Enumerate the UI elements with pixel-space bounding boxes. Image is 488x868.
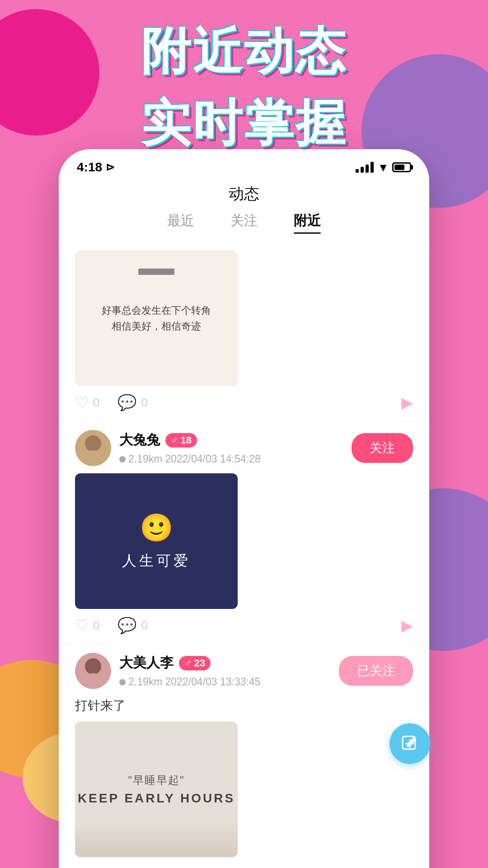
post-3-meta: 2.19km 2022/04/03 13:33:45: [119, 676, 331, 688]
post-3-date: 2022/04/03 13:33:45: [165, 676, 260, 688]
comment-count: 0: [141, 396, 147, 410]
video-action-2[interactable]: ▶: [401, 616, 413, 634]
svg-point-1: [81, 450, 105, 466]
early-sleep-text: "早睡早起": [78, 773, 235, 788]
comment-action[interactable]: 💬 0: [117, 393, 147, 411]
post-1-image: 好事总会发生在下个转角相信美好，相信奇迹: [75, 250, 238, 386]
post-2-image-text: 人生可爱: [122, 551, 191, 571]
gender-icon-3: ♂: [184, 657, 192, 669]
post-3-image: "早睡早起" KEEP EARLY HOURS: [75, 722, 238, 857]
post-2-date: 2022/04/03 14:54:28: [165, 453, 260, 465]
video-action[interactable]: ▶: [401, 393, 413, 411]
hero-line2: 实时掌握: [0, 90, 488, 157]
like-action-2[interactable]: ♡ 0: [75, 616, 99, 634]
age-label-3: 23: [194, 657, 205, 669]
post-3: 大美人李 ♂ 23 2.19km 2022/04/03 13:33:45 已关注…: [59, 644, 429, 868]
hero-line1: 附近动态: [0, 18, 488, 85]
play-icon-2: ▶: [401, 616, 413, 634]
signal-icon: [356, 162, 374, 173]
phone-mockup: 4:18 ⊳ ▾ 动态 最近 关注 附近 好事总会发生在下个转角相信美好: [59, 149, 429, 868]
heart-icon: ♡: [75, 393, 89, 411]
like-action[interactable]: ♡ 0: [75, 393, 99, 411]
like-count: 0: [93, 396, 99, 410]
location-dot-icon: [119, 456, 126, 462]
post-3-gender-badge: ♂ 23: [179, 656, 211, 670]
keep-text-container: "早睡早起" KEEP EARLY HOURS: [78, 773, 235, 806]
wifi-icon: ▾: [380, 160, 386, 175]
post-3-follow-button[interactable]: 已关注: [339, 656, 413, 686]
post-2-gender-badge: ♂ 18: [165, 433, 197, 448]
post-2-user-info: 大兔兔 ♂ 18 2.19km 2022/04/03 14:54:28: [119, 431, 343, 465]
post-2-header: 大兔兔 ♂ 18 2.19km 2022/04/03 14:54:28 关注: [75, 430, 413, 466]
comment-count-2: 0: [141, 618, 147, 632]
post-1: 好事总会发生在下个转角相信美好，相信奇迹 ♡ 0 💬 0 ▶: [59, 241, 429, 421]
smiley-icon: 🙂: [140, 512, 174, 544]
tape-decoration: [138, 269, 174, 275]
status-left: 4:18 ⊳: [77, 160, 115, 175]
comment-icon: 💬: [117, 393, 136, 411]
status-time: 4:18: [77, 160, 102, 175]
post-2-follow-button[interactable]: 关注: [352, 433, 413, 463]
post-1-actions: ♡ 0 💬 0 ▶: [75, 393, 413, 411]
play-icon: ▶: [401, 393, 413, 411]
post-2-distance: 2.19km: [128, 453, 162, 465]
keep-early-hours-text: KEEP EARLY HOURS: [78, 791, 235, 806]
page-title: 动态: [59, 179, 429, 212]
gender-icon: ♂: [171, 434, 178, 446]
image-gradient: [75, 821, 238, 857]
hero-section: 附近动态 实时掌握: [0, 18, 488, 157]
age-label: 18: [181, 434, 192, 446]
battery-icon: [392, 162, 411, 172]
svg-point-0: [85, 435, 101, 452]
post-2-image: 🙂 人生可爱: [75, 473, 238, 609]
tab-following[interactable]: 关注: [230, 212, 258, 234]
comment-icon-2: 💬: [117, 616, 136, 634]
post-1-image-text: 好事总会发生在下个转角相信美好，相信奇迹: [93, 293, 220, 343]
post-3-header: 大美人李 ♂ 23 2.19km 2022/04/03 13:33:45 已关注: [75, 653, 413, 689]
location-dot-icon-3: [119, 679, 126, 685]
heart-icon-2: ♡: [75, 616, 89, 634]
post-3-text: 打针来了: [75, 696, 413, 715]
post-2-avatar: [75, 430, 111, 466]
location-icon: ⊳: [106, 161, 115, 174]
post-2: 大兔兔 ♂ 18 2.19km 2022/04/03 14:54:28 关注: [59, 421, 429, 644]
post-3-username: 大美人李: [119, 654, 174, 672]
post-3-name-row: 大美人李 ♂ 23: [119, 654, 331, 672]
svg-point-3: [81, 673, 105, 689]
tab-nearby[interactable]: 附近: [294, 212, 321, 234]
post-2-name-row: 大兔兔 ♂ 18: [119, 431, 343, 449]
tab-recent[interactable]: 最近: [167, 212, 194, 234]
content-area: 好事总会发生在下个转角相信美好，相信奇迹 ♡ 0 💬 0 ▶: [59, 241, 429, 868]
post-2-meta: 2.19km 2022/04/03 14:54:28: [119, 453, 343, 465]
comment-action-2[interactable]: 💬 0: [117, 616, 147, 634]
svg-point-2: [85, 658, 101, 675]
compose-button[interactable]: [389, 723, 430, 764]
post-3-distance: 2.19km: [128, 676, 162, 688]
status-right: ▾: [356, 160, 411, 175]
post-3-avatar: [75, 653, 111, 689]
post-3-user-info: 大美人李 ♂ 23 2.19km 2022/04/03 13:33:45: [119, 654, 331, 688]
status-bar: 4:18 ⊳ ▾: [59, 149, 429, 179]
post-2-actions: ♡ 0 💬 0 ▶: [75, 616, 413, 634]
post-2-username: 大兔兔: [119, 431, 160, 449]
tab-bar: 最近 关注 附近: [59, 212, 429, 241]
like-count-2: 0: [93, 618, 99, 632]
